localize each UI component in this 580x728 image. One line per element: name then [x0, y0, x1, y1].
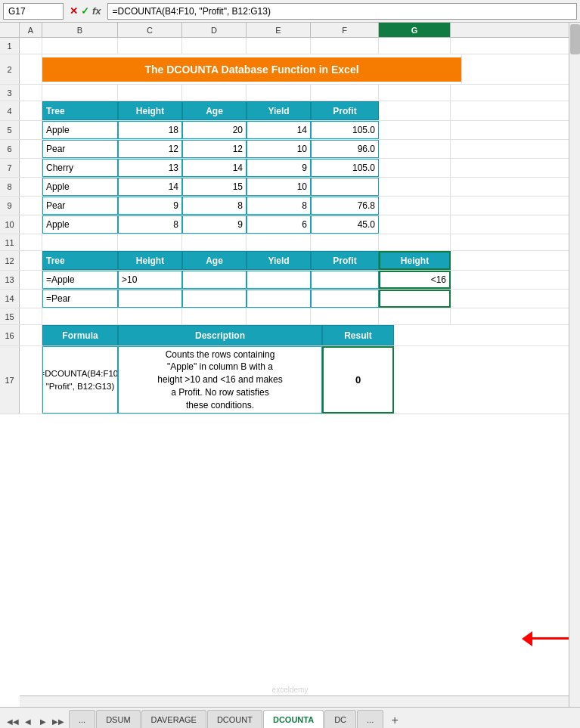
cell-f10[interactable]: 45.0 — [311, 215, 379, 234]
cell-f5[interactable]: 105.0 — [311, 121, 379, 139]
cell-g16-result-header[interactable]: Result — [322, 325, 394, 345]
cell-b16-formula-header[interactable]: Formula — [42, 325, 118, 345]
cell-f11[interactable] — [311, 234, 379, 250]
cell-d15[interactable] — [182, 308, 247, 324]
cell-d1[interactable] — [182, 38, 247, 54]
cell-e14[interactable] — [247, 290, 311, 308]
cell-e8[interactable]: 10 — [247, 178, 311, 196]
cell-d7[interactable]: 14 — [182, 159, 247, 177]
formula-input[interactable]: =DCOUNTA(B4:F10, "Profit", B12:G13) — [107, 3, 577, 20]
cell-g3[interactable] — [379, 85, 451, 101]
cell-f9[interactable]: 76.8 — [311, 197, 379, 215]
cell-c8[interactable]: 14 — [118, 178, 182, 196]
col-header-g[interactable]: G — [379, 23, 451, 37]
cell-g13[interactable]: <16 — [379, 271, 451, 289]
cell-a6[interactable] — [20, 140, 42, 158]
cell-c12-criteria-header[interactable]: Height — [118, 251, 182, 270]
cell-d9[interactable]: 8 — [182, 197, 247, 215]
cell-c16-desc-header[interactable]: Description — [118, 325, 322, 345]
cell-a14[interactable] — [20, 290, 42, 308]
tab-dc[interactable]: DC — [324, 710, 356, 728]
tab-dsum[interactable]: DSUM — [96, 710, 140, 728]
cell-c3[interactable] — [118, 85, 182, 101]
cell-a10[interactable] — [20, 215, 42, 234]
cell-e9[interactable]: 8 — [247, 197, 311, 215]
cell-e5[interactable]: 14 — [247, 121, 311, 139]
cancel-icon[interactable]: ✕ — [70, 5, 78, 17]
cell-g9[interactable] — [379, 197, 451, 215]
cell-b11[interactable] — [42, 234, 118, 250]
col-header-b[interactable]: B — [42, 23, 118, 37]
cell-b7[interactable]: Cherry — [42, 159, 118, 177]
cell-e11[interactable] — [247, 234, 311, 250]
cell-g8[interactable] — [379, 178, 451, 196]
cell-a1[interactable] — [20, 38, 42, 54]
cell-f6[interactable]: 96.0 — [311, 140, 379, 158]
cell-a8[interactable] — [20, 178, 42, 196]
tab-dcounta[interactable]: DCOUNTA — [263, 710, 324, 728]
cell-a12[interactable] — [20, 251, 42, 270]
cell-g5[interactable] — [379, 121, 451, 139]
tab-nav-next[interactable]: ▶ — [36, 714, 50, 728]
cell-b8[interactable]: Apple — [42, 178, 118, 196]
cell-g15[interactable] — [379, 308, 451, 324]
cell-f12-criteria-header[interactable]: Profit — [311, 251, 379, 270]
cell-g1[interactable] — [379, 38, 451, 54]
add-sheet-button[interactable]: + — [387, 713, 402, 728]
cell-d3[interactable] — [182, 85, 247, 101]
cell-e3[interactable] — [247, 85, 311, 101]
col-header-e[interactable]: E — [247, 23, 311, 37]
cell-a11[interactable] — [20, 234, 42, 250]
cell-a13[interactable] — [20, 271, 42, 289]
scroll-thumb[interactable] — [570, 24, 580, 54]
tab-ellipsis-right[interactable]: ... — [357, 710, 383, 728]
cell-a15[interactable] — [20, 308, 42, 324]
cell-e6[interactable]: 10 — [247, 140, 311, 158]
cell-c13[interactable]: >10 — [118, 271, 182, 289]
col-header-c[interactable]: C — [118, 23, 182, 37]
cell-e15[interactable] — [247, 308, 311, 324]
cell-c14[interactable] — [118, 290, 182, 308]
cell-b13[interactable]: =Apple — [42, 271, 118, 289]
cell-a2[interactable] — [20, 54, 42, 84]
tab-dcount[interactable]: DCOUNT — [207, 710, 262, 728]
vertical-scrollbar[interactable] — [569, 23, 580, 707]
cell-e7[interactable]: 9 — [247, 159, 311, 177]
confirm-icon[interactable]: ✓ — [81, 5, 89, 17]
cell-d8[interactable]: 15 — [182, 178, 247, 196]
cell-f7[interactable]: 105.0 — [311, 159, 379, 177]
cell-reference-box[interactable]: G17 — [3, 3, 64, 20]
tab-ellipsis-left[interactable]: ... — [69, 710, 95, 728]
cell-e12-criteria-header[interactable]: Yield — [247, 251, 311, 270]
cell-f3[interactable] — [311, 85, 379, 101]
cell-a3[interactable] — [20, 85, 42, 101]
cell-g6[interactable] — [379, 140, 451, 158]
cell-a4[interactable] — [20, 101, 42, 120]
cell-b3[interactable] — [42, 85, 118, 101]
cell-f8[interactable] — [311, 178, 379, 196]
cell-d12-criteria-header[interactable]: Age — [182, 251, 247, 270]
cell-f15[interactable] — [311, 308, 379, 324]
cell-b10[interactable]: Apple — [42, 215, 118, 234]
cell-e13[interactable] — [247, 271, 311, 289]
tab-nav-first[interactable]: ◀◀ — [6, 714, 20, 728]
cell-d13[interactable] — [182, 271, 247, 289]
cell-e10[interactable]: 6 — [247, 215, 311, 234]
cell-d4-header[interactable]: Age — [182, 101, 247, 120]
cell-c11[interactable] — [118, 234, 182, 250]
cell-f13[interactable] — [311, 271, 379, 289]
cell-a9[interactable] — [20, 197, 42, 215]
cell-b9[interactable]: Pear — [42, 197, 118, 215]
function-icon[interactable]: fx — [92, 5, 101, 17]
cell-b12-criteria-header[interactable]: Tree — [42, 251, 118, 270]
cell-c4-header[interactable]: Height — [118, 101, 182, 120]
cell-g12-criteria-header[interactable]: Height — [379, 251, 451, 270]
cell-c9[interactable]: 9 — [118, 197, 182, 215]
cell-c10[interactable]: 8 — [118, 215, 182, 234]
cell-b1[interactable] — [42, 38, 118, 54]
cell-e4-header[interactable]: Yield — [247, 101, 311, 120]
cell-g11[interactable] — [379, 234, 451, 250]
cell-c7[interactable]: 13 — [118, 159, 182, 177]
horizontal-scrollbar[interactable] — [20, 695, 569, 707]
cell-g14[interactable] — [379, 290, 451, 308]
